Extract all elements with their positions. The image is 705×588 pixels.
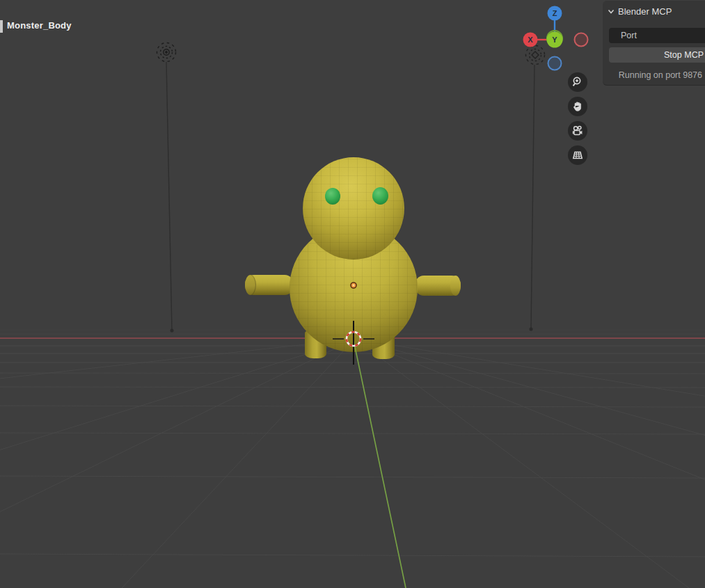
monster-head-sphere[interactable] [303, 157, 404, 260]
navigation-gizmo[interactable]: Z X Y [518, 1, 599, 74]
monster-right-arm[interactable] [415, 276, 461, 296]
axis-x-ball[interactable]: X [523, 33, 538, 47]
port-input[interactable]: Port [609, 28, 705, 43]
zoom-button[interactable] [568, 72, 587, 92]
magnifier-plus-icon [571, 76, 584, 88]
blender-3d-viewport[interactable]: Monster_Body Z X Y [0, 0, 705, 588]
axis-y-ball[interactable]: Y [547, 31, 563, 48]
active-object-label: Monster_Body [7, 20, 72, 31]
axis-neg-x-ball[interactable] [575, 33, 588, 47]
projection-toggle-button[interactable] [568, 145, 587, 165]
grid-icon [571, 149, 584, 161]
camera-icon [571, 125, 585, 137]
pan-button[interactable] [568, 97, 587, 116]
svg-text:Z: Z [553, 9, 557, 17]
stop-mcp-button-label: Stop MCP [664, 50, 705, 60]
panel-header[interactable]: Blender MCP [608, 6, 672, 17]
object-label-marker [0, 20, 3, 33]
svg-text:X: X [528, 35, 533, 44]
monster-left-arm[interactable] [245, 275, 294, 295]
hand-icon [571, 100, 584, 113]
blender-mcp-panel: Blender MCP Port Stop MCP Running on por… [603, 1, 705, 86]
viewport-toolbar [568, 72, 587, 165]
panel-title: Blender MCP [618, 6, 672, 17]
chevron-down-icon [608, 9, 615, 14]
axis-neg-z-ball[interactable] [548, 57, 562, 70]
svg-text:Y: Y [552, 35, 557, 44]
stop-mcp-button[interactable]: Stop MCP [609, 47, 705, 63]
monster-left-eye[interactable] [325, 188, 340, 205]
port-input-label: Port [609, 31, 637, 40]
camera-view-button[interactable] [568, 121, 587, 141]
point-light-icon[interactable] [153, 39, 180, 65]
axis-z-ball[interactable]: Z [548, 6, 562, 21]
monster-right-eye[interactable] [372, 187, 388, 205]
server-status-text: Running on port 9876 [619, 70, 702, 80]
